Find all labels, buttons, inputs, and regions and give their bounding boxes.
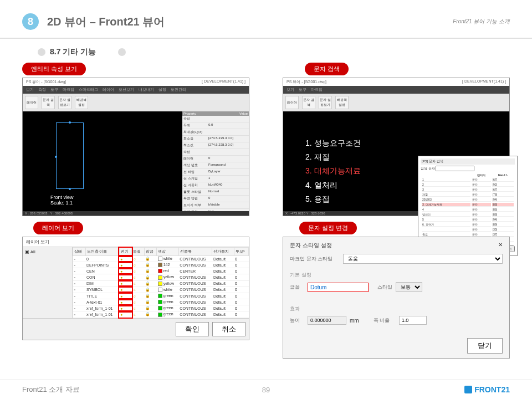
search-result-row[interactable]: 5문자[94] <box>422 218 514 222</box>
property-row: 평면 여부true <box>182 209 249 211</box>
text-item: 5. 용접 <box>305 192 361 206</box>
mm-label: mm <box>350 318 359 324</box>
ratio-input[interactable] <box>399 316 427 325</box>
ribbon-bgcolor-button[interactable]: 배경색 설정 <box>75 96 88 109</box>
search-result-row[interactable]: 201803문자[94] <box>422 198 514 202</box>
effect-group-label: 효과 <box>290 305 503 313</box>
search-result-row[interactable]: 재질문자[78] <box>422 193 514 197</box>
text-list: 1. 성능요구조건 2. 재질 3. 대체가능재료 4. 열처리 5. 용접 <box>305 136 361 206</box>
dev-label: [ DEVELOPMENT(1.41) ] <box>462 79 506 85</box>
menu-item[interactable]: 레이어 <box>103 87 114 93</box>
markup-style-select[interactable]: 돋움 <box>343 254 503 264</box>
layer-row[interactable]: ▫xref_form_1-01●☼🔒greenCONTINUOUSDefault… <box>73 305 249 311</box>
layer-row[interactable]: ▫DIM●☼🔒yellowCONTINUOUSDefault0 <box>73 280 249 287</box>
search-result-row[interactable]: 4문자[86] <box>422 208 514 212</box>
property-row: 최소값[274.5 239.3 0.0] <box>182 136 249 142</box>
layer-row[interactable]: ▫0●☼🔒whiteCONTINUOUSDefault0 <box>73 256 249 262</box>
font-label: 글꼴 <box>290 284 304 291</box>
menu-item[interactable]: 보기 <box>287 87 294 93</box>
property-row: 레이어0 <box>182 156 249 162</box>
menu-item[interactable]: 측정 <box>38 87 46 93</box>
search-label: 검색 문자 <box>421 167 435 170</box>
menu-item[interactable]: 보기 <box>26 87 34 93</box>
menu-item[interactable]: 도구 <box>50 87 58 93</box>
style-select[interactable]: 보통 <box>396 282 422 292</box>
viewer-window: PS 뷰어 - [SG001.dwg] [ DEVELOPMENT(1.41) … <box>22 78 249 216</box>
property-row: 플롯 스타일Normal <box>182 189 249 196</box>
ribbon-textset-button[interactable]: 문자 설정보기 <box>58 96 71 109</box>
menu-item[interactable]: 스마트태그 <box>79 87 98 93</box>
font-select[interactable]: Dotum <box>308 283 369 292</box>
ribbon: 레이어 문자 검색 문자 설정보기 배경색 설정 <box>23 94 249 111</box>
layer-table: 상태도면층 이름 켜기동결잠금 색상선종류선가중치투모^ ▫0●☼🔒whiteC… <box>73 247 249 318</box>
layer-row[interactable]: ▫DEFPOINTS●☼🔒142CONTINUOUSDefault0 <box>73 262 249 268</box>
window-title: PS 뷰어 - [SG001.dwg] <box>26 79 66 85</box>
ribbon-layer-button[interactable]: 레이어 <box>285 96 299 109</box>
search-result-row[interactable]: 2문자[92] <box>422 183 514 187</box>
layer-row[interactable]: ▫A-text-01●☼🔒greenCONTINUOUSDefault0 <box>73 299 249 305</box>
grip-icon[interactable] <box>69 188 71 190</box>
property-row: 선 스케일1 <box>182 176 249 182</box>
grip-icon[interactable] <box>55 156 57 158</box>
section-number-badge: 8 <box>22 13 39 30</box>
selected-entity[interactable] <box>56 122 84 189</box>
property-row: 속성 <box>182 149 249 156</box>
entity-panel: 엔티티 속성 보기 PS 뷰어 - [SG001.dwg] [ DEVELOPM… <box>22 63 249 216</box>
search-result-row[interactable]: 1문자[67] <box>422 178 514 182</box>
ok-button[interactable]: 확인 <box>176 322 209 336</box>
page-subtitle: Front21 뷰어 기능 소개 <box>453 18 510 25</box>
search-result-row[interactable]: 열처리문자[88] <box>422 213 514 217</box>
search-input[interactable] <box>436 166 474 171</box>
footer-logo: FRONT21 <box>464 385 510 394</box>
height-input[interactable] <box>308 316 346 325</box>
menu-item[interactable]: 도구 <box>299 87 306 93</box>
layer-row[interactable]: ▫xref_form_1-01●☼🔒greenCONTINUOUSDefault… <box>73 311 249 318</box>
text-item: 2. 재질 <box>305 150 361 164</box>
search-result-row[interactable]: 3문자[67] <box>422 188 514 192</box>
menu-item[interactable]: 설정 <box>158 87 166 93</box>
ribbon-textset-button[interactable]: 문자 설정보기 <box>319 96 332 109</box>
drawing-canvas[interactable]: 1. 성능요구조건 2. 재질 3. 대체가능재료 4. 열처리 5. 용접 [… <box>283 111 509 211</box>
ratio-label: 폭 비율 <box>374 317 396 324</box>
prop-header: Value <box>239 112 248 115</box>
search-tag: 문자 검색 <box>305 63 349 75</box>
grip-icon[interactable] <box>69 121 71 124</box>
section-header: 8.7 기타 기능 <box>0 39 532 63</box>
menu-item[interactable]: 내보내기 <box>139 87 154 93</box>
menubar: 보기 도구 마크업 <box>283 86 509 94</box>
logo-icon <box>464 386 472 393</box>
menu-item[interactable]: 모션보기 <box>119 87 134 93</box>
layer-row[interactable]: ▫SYMBOL●☼🔒whiteCONTINUOUSDefault0 <box>73 287 249 293</box>
layer-tree[interactable]: ▣ All <box>23 247 73 318</box>
property-row: 보이기 여부kVisible <box>182 202 249 209</box>
drawing-canvas[interactable]: Front viewScale: 1:1 <box>23 111 182 211</box>
page-title: 2D 뷰어 – Front21 뷰어 <box>47 14 453 29</box>
ribbon-layer-button[interactable]: 레이어 <box>25 96 38 109</box>
dev-label: [ DEVELOPMENT(1.41) ] <box>202 79 245 85</box>
text-style-dialog: 문자 스타일 설정 ✕ 마크업 문자 스타일 돋움 기본 설정 글꼴 Dotum… <box>283 237 510 359</box>
layer-row[interactable]: ▫CEN●☼🔒redCENTERDefault0 <box>73 268 249 274</box>
menu-item[interactable]: 마크업 <box>311 87 323 93</box>
ribbon-bgcolor-button[interactable]: 배경색 설정 <box>335 96 349 109</box>
layer-dialog-title: 레이어 보기 <box>23 237 249 247</box>
menu-item[interactable]: 도면관리 <box>171 87 186 93</box>
layer-panel: 레이어 보기 레이어 보기 ▣ All 상태도면층 이름 켜기동결잠금 색상선종… <box>22 222 249 359</box>
search-result-row[interactable]: 3. 대체가능재료문자[88] <box>422 203 514 207</box>
status-bar: X : 283.055083 , Y : 302.408093 <box>23 211 249 216</box>
close-icon[interactable]: ✕ <box>498 242 503 249</box>
footer-title: Front21 소개 자료 <box>22 385 464 395</box>
layer-row[interactable]: ▫TITLE●☼🔒greenCONTINUOUSDefault0 <box>73 293 249 299</box>
layer-tag: 레이어 보기 <box>33 222 83 234</box>
property-row: 색상 번호Foreground <box>182 162 249 169</box>
ribbon-search-button[interactable]: 문자 검색 <box>302 96 315 109</box>
ribbon-search-button[interactable]: 문자 검색 <box>42 96 55 109</box>
window-titlebar: PS 뷰어 - [SG001.dwg] [ DEVELOPMENT(1.41) … <box>283 78 509 86</box>
page-header: 8 2D 뷰어 – Front21 뷰어 Front21 뷰어 기능 소개 <box>0 0 532 39</box>
close-button[interactable]: 닫기 <box>467 338 503 354</box>
layer-row[interactable]: ▫CON●☼🔒yellowCONTINUOUSDefault0 <box>73 274 249 280</box>
menu-item[interactable]: 마크업 <box>63 87 74 93</box>
entity-tag: 엔티티 속성 보기 <box>22 63 86 75</box>
style-tag: 문자 설정 변경 <box>299 222 357 234</box>
cancel-button[interactable]: 취소 <box>212 322 245 336</box>
text-item: 1. 성능요구조건 <box>305 136 361 150</box>
